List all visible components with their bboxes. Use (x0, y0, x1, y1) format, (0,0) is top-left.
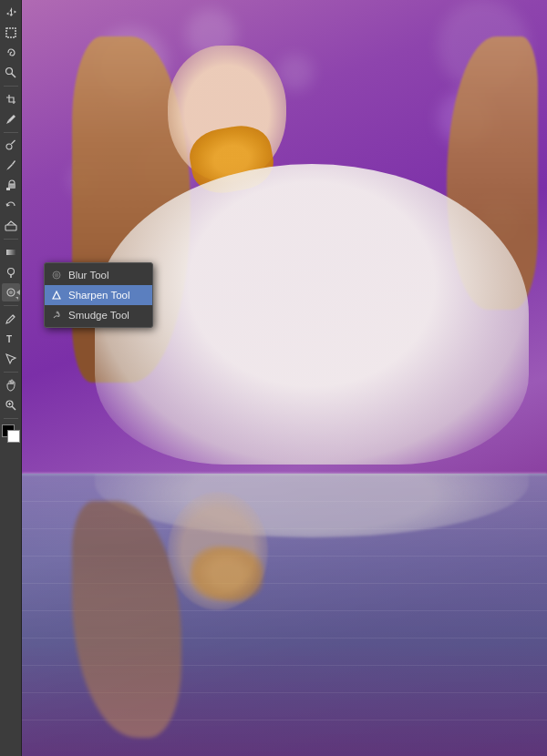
hand-tool[interactable] (2, 376, 20, 394)
reflection-area (22, 474, 547, 756)
canvas-area: Blur Tool Sharpen Tool Smudge Tool (22, 0, 547, 756)
lasso-tool[interactable] (2, 44, 20, 62)
sweater (95, 164, 529, 465)
svg-text:T: T (6, 334, 12, 344)
brush-tool[interactable] (2, 157, 20, 175)
svg-point-17 (55, 273, 59, 278)
sharpen-tool-menu-item[interactable]: Sharpen Tool (45, 285, 152, 305)
move-tool[interactable] (2, 4, 20, 22)
marquee-tool[interactable] (2, 24, 20, 42)
separator-5 (4, 372, 18, 373)
separator-6 (4, 418, 18, 419)
foreground-color[interactable] (2, 424, 20, 443)
separator-2 (4, 132, 18, 133)
svg-line-2 (11, 74, 15, 78)
svg-rect-5 (5, 225, 16, 230)
separator-1 (4, 86, 18, 87)
svg-point-7 (7, 269, 14, 275)
left-toolbar: T (0, 0, 22, 756)
history-tool[interactable] (2, 197, 20, 215)
smudge-icon (50, 309, 63, 322)
dodge-tool[interactable] (2, 263, 20, 281)
healing-tool[interactable] (2, 137, 20, 155)
stamp-tool[interactable] (2, 177, 20, 195)
pen-tool[interactable] (2, 310, 20, 328)
tool-popup-menu: Blur Tool Sharpen Tool Smudge Tool (44, 262, 153, 328)
blur-tool-label: Blur Tool (68, 270, 109, 281)
blur-icon (50, 269, 63, 281)
eyedropper-tool[interactable] (2, 110, 20, 128)
svg-point-19 (57, 312, 59, 314)
crop-tool[interactable] (2, 90, 20, 108)
separator-3 (4, 239, 18, 240)
sharpen-icon (50, 289, 63, 301)
zoom-tool[interactable] (2, 396, 20, 414)
quick-select-tool[interactable] (2, 64, 20, 82)
blur-tool-active[interactable] (2, 283, 20, 301)
svg-marker-18 (53, 291, 60, 299)
eraser-tool[interactable] (2, 217, 20, 235)
path-select-tool[interactable] (2, 350, 20, 368)
blur-tool-menu-item[interactable]: Blur Tool (45, 265, 152, 285)
text-tool[interactable]: T (2, 330, 20, 348)
smudge-tool-label: Smudge Tool (68, 310, 129, 321)
separator-4 (4, 305, 18, 306)
water-line-9 (22, 720, 547, 720)
svg-point-3 (6, 144, 12, 149)
svg-rect-6 (6, 250, 15, 255)
svg-point-10 (9, 291, 13, 294)
svg-line-13 (12, 406, 15, 410)
gradient-tool[interactable] (2, 243, 20, 261)
sharpen-tool-label: Sharpen Tool (68, 290, 130, 301)
smudge-tool-menu-item[interactable]: Smudge Tool (45, 305, 152, 325)
reflect-hair-left (72, 501, 181, 738)
svg-rect-0 (6, 28, 15, 37)
svg-point-1 (5, 68, 12, 75)
canvas-image: Blur Tool Sharpen Tool Smudge Tool (22, 0, 547, 756)
